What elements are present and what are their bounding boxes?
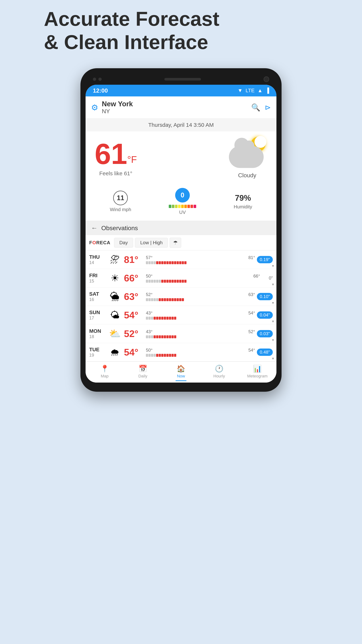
temp-bar — [146, 298, 255, 301]
nav-icon-daily: 📅 — [139, 365, 147, 373]
day-label: TUE19 — [89, 347, 106, 358]
observations-label: Observations — [101, 224, 138, 232]
forecast-temp: 63° — [124, 291, 144, 302]
expand-icon[interactable]: ▼ — [271, 320, 275, 324]
nav-label-meteogram: Meteogram — [247, 374, 268, 378]
status-icons: ▼ LTE ▲ ▐ — [238, 88, 269, 94]
forecast-temp: 81° — [124, 254, 144, 265]
forecast-icon: 🌦 — [107, 291, 122, 302]
expand-icon[interactable]: ▼ — [271, 357, 275, 360]
uv-seg-9 — [194, 205, 196, 208]
search-icon[interactable]: 🔍 — [251, 103, 260, 112]
day-label: THU14 — [89, 254, 106, 265]
precip-badge: 0.04" — [257, 312, 273, 319]
forecast-row[interactable]: MON18⛅52°43°52°0.03"▼ — [85, 324, 277, 343]
rain-icon: ☂ — [173, 240, 178, 246]
forecast-row[interactable]: SUN17🌤54°43°54°0.04"▼ — [85, 306, 277, 324]
temp-bar — [146, 280, 260, 283]
expand-icon[interactable]: ▼ — [271, 338, 275, 342]
wifi-icon: ▼ — [238, 88, 243, 94]
current-weather-panel: 61°F Feels like 61° Cloudy — [85, 131, 277, 184]
low-high-section: 50°66° — [146, 274, 260, 283]
phone-screen: 12:00 ▼ LTE ▲ ▐ ⚙ New York NY 🔍 ⊳ Thursd… — [85, 85, 277, 382]
forecast-icon: 🌧 — [107, 347, 122, 358]
forecast-row[interactable]: SAT16🌦63°52°63°0.10"▼ — [85, 288, 277, 306]
status-time: 12:00 — [93, 87, 108, 94]
forecast-row[interactable]: TUE19🌧54°50°54°0.48"▼ — [85, 343, 277, 362]
app-header: ⚙ New York NY 🔍 ⊳ — [85, 96, 277, 118]
lte-label: LTE — [246, 88, 255, 94]
nav-item-now[interactable]: 🏠Now — [162, 365, 200, 381]
low-high-temps: 52°63° — [146, 292, 255, 297]
weather-icon-section: Cloudy — [227, 137, 267, 179]
low-high-section: 52°63° — [146, 292, 255, 301]
day-tab[interactable]: Day — [114, 238, 133, 248]
uv-stat: 0 UV — [169, 188, 196, 215]
nav-item-map[interactable]: 📍Map — [85, 365, 124, 381]
uv-seg-2 — [172, 205, 174, 208]
forecast-icon: ⛅ — [107, 328, 122, 339]
lowhigh-tab[interactable]: Low | High — [135, 238, 168, 248]
forecast-temp: 54° — [124, 310, 144, 320]
forecast-row[interactable]: THU14⛈81°57°81°0.19"▼ — [85, 250, 277, 269]
cloud-shape — [229, 146, 264, 168]
location-icon[interactable]: ⊳ — [265, 103, 271, 112]
expand-icon[interactable]: ▼ — [271, 264, 275, 268]
back-arrow-icon[interactable]: ← — [91, 224, 98, 232]
settings-icon[interactable]: ⚙ — [91, 103, 98, 112]
status-bar: 12:00 ▼ LTE ▲ ▐ — [85, 85, 277, 96]
uv-seg-4 — [178, 205, 181, 208]
low-high-section: 43°54° — [146, 310, 255, 320]
weather-condition: Cloudy — [238, 172, 256, 179]
date-bar: Thursday, April 14 3:50 AM — [85, 118, 277, 131]
day-label: FRI15 — [89, 272, 106, 284]
expand-icon[interactable]: ▼ — [271, 283, 275, 286]
low-high-temps: 50°66° — [146, 274, 260, 279]
uv-seg-8 — [191, 205, 193, 208]
day-label: MON18 — [89, 328, 106, 339]
observations-bar[interactable]: ← Observations — [85, 221, 277, 235]
forecast-temp: 66° — [124, 272, 144, 284]
battery-icon: ▐ — [266, 88, 269, 94]
low-high-section: 43°52° — [146, 329, 255, 338]
bottom-nav: 📍Map📅Daily🏠Now🕐Hourly📊Meteogram — [85, 362, 277, 382]
day-label: SUN17 — [89, 310, 106, 320]
uv-seg-7 — [187, 205, 190, 208]
rain-tab[interactable]: ☂ — [170, 238, 181, 248]
low-high-section: 50°54° — [146, 348, 255, 357]
expand-icon[interactable]: ▼ — [271, 301, 275, 305]
forecast-list: THU14⛈81°57°81°0.19"▼FRI15☀66°50°66°0"▼S… — [85, 250, 277, 362]
wind-stat: 11 Wind mph — [110, 191, 131, 212]
nav-item-daily[interactable]: 📅Daily — [124, 365, 162, 381]
temperature-section: 61°F Feels like 61° — [95, 139, 137, 176]
nav-icon-hourly: 🕐 — [215, 365, 223, 373]
precip-badge: 0.19" — [257, 256, 273, 263]
forecast-temp: 52° — [124, 328, 144, 339]
forecast-header: FORECA Day Low | High ☂ — [85, 235, 277, 250]
humidity-stat: 79% Humidity — [234, 194, 252, 210]
stats-row: 11 Wind mph 0 UV — [85, 184, 277, 221]
temperature-display: 61°F — [95, 139, 137, 168]
uv-bar — [169, 205, 196, 208]
low-high-section: 57°81° — [146, 255, 255, 264]
nav-active-indicator — [176, 380, 186, 381]
current-date: Thursday, April 14 3:50 AM — [148, 122, 214, 128]
nav-label-daily: Daily — [138, 374, 147, 378]
nav-item-hourly[interactable]: 🕐Hourly — [200, 365, 238, 381]
nav-icon-map: 📍 — [100, 365, 109, 373]
feels-like: Feels like 61° — [95, 170, 137, 176]
page-headline: Accurate Forecast & Clean Interface — [44, 7, 318, 54]
low-high-temps: 43°52° — [146, 329, 255, 334]
low-high-temps: 43°54° — [146, 310, 255, 316]
state-name: NY — [102, 108, 248, 115]
precip-badge: 0.10" — [257, 293, 273, 300]
precip-zero: 0" — [262, 276, 273, 281]
forecast-row[interactable]: FRI15☀66°50°66°0"▼ — [85, 269, 277, 288]
temp-bar — [146, 354, 255, 357]
uv-seg-3 — [175, 205, 178, 208]
humidity-label: Humidity — [234, 204, 252, 210]
header-actions: 🔍 ⊳ — [251, 103, 271, 112]
nav-item-meteogram[interactable]: 📊Meteogram — [238, 365, 277, 381]
temp-unit: °F — [127, 154, 137, 165]
low-high-temps: 57°81° — [146, 255, 255, 260]
